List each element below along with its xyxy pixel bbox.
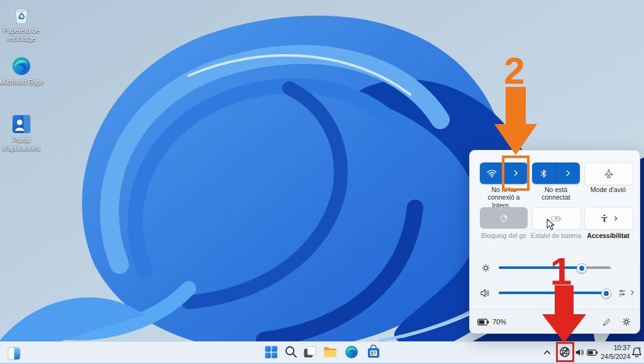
step2-highlight-box (502, 156, 530, 191)
accessibility-tile[interactable] (584, 207, 633, 230)
volume-slider-fill (499, 292, 606, 294)
battery-icon (477, 317, 490, 327)
brightness-slider-handle[interactable] (577, 263, 587, 273)
taskbar-clock[interactable]: 10:37 24/5/2024 (596, 344, 630, 361)
start-icon[interactable] (264, 344, 279, 360)
wifi-icon (486, 168, 497, 179)
desktop-icon-recycle-bin[interactable]: Paperera de reciclatge (0, 4, 47, 43)
desktop-icon-label: Paperera de reciclatge (0, 26, 47, 43)
clock-time: 10:37 (596, 344, 630, 353)
task-view-icon[interactable] (303, 344, 318, 360)
tray-chevron-up-icon[interactable] (543, 348, 552, 357)
accessibility-icon (599, 213, 609, 224)
bluetooth-icon (539, 169, 548, 178)
bluetooth-label: No està connectat (530, 186, 582, 202)
widgets-icon[interactable] (8, 347, 21, 360)
airplane-mode-tile[interactable] (584, 162, 633, 185)
file-explorer-icon[interactable] (322, 344, 338, 360)
battery-saver-tile[interactable] (532, 207, 581, 230)
recycle-bin-icon (11, 4, 32, 25)
gear-icon[interactable] (621, 317, 631, 327)
clock-date: 24/5/2024 (596, 353, 630, 361)
airplane-mode-label: Mode d'avió (582, 186, 635, 193)
notification-bell-icon[interactable] (631, 346, 642, 358)
search-icon[interactable] (284, 344, 299, 360)
volume-icon (479, 287, 492, 299)
airplane-icon (603, 168, 614, 179)
pencil-icon[interactable] (602, 317, 612, 327)
store-icon[interactable] (366, 344, 381, 360)
brightness-slider-fill (499, 266, 581, 269)
battery-saver-label: Estalvi de bateria (530, 232, 582, 239)
desktop-icon-label: Portal d'aplicacions (0, 136, 47, 152)
rotation-lock-tile[interactable] (480, 207, 528, 229)
desktop-icon-company-portal[interactable]: Portal d'aplicacions (0, 113, 47, 152)
divider (470, 309, 640, 310)
bluetooth-tile[interactable] (532, 162, 580, 184)
brightness-icon (480, 262, 492, 274)
audio-output-icon[interactable] (618, 288, 628, 298)
tray-volume-icon[interactable] (575, 347, 586, 358)
bluetooth-expand-button[interactable] (556, 162, 580, 184)
volume-slider-handle[interactable] (601, 288, 611, 299)
mouse-cursor-icon (547, 219, 555, 231)
accessibility-label: Accessibilitat (582, 232, 635, 239)
step1-highlight-box (556, 342, 574, 362)
rotation-lock-icon (498, 212, 509, 224)
chevron-right-icon (564, 169, 572, 178)
edge-icon[interactable] (344, 344, 359, 360)
desktop-icon-label: Microsoft Edge (0, 78, 47, 86)
wifi-toggle[interactable] (480, 162, 504, 184)
quick-settings-panel: No hi ha connexió a Intern… No està conn… (469, 150, 640, 334)
windows-desktop: Paperera de reciclatge Microsoft Edge Po… (0, 0, 644, 364)
company-portal-icon (11, 113, 32, 135)
battery-percent: 70% (492, 318, 506, 326)
bluetooth-toggle[interactable] (532, 162, 556, 184)
chevron-right-icon[interactable] (629, 288, 636, 297)
edge-icon (11, 55, 32, 77)
chevron-right-icon (613, 215, 619, 222)
desktop-icon-edge[interactable]: Microsoft Edge (0, 55, 47, 86)
rotation-lock-label: Bloqueig del gir (477, 232, 530, 239)
